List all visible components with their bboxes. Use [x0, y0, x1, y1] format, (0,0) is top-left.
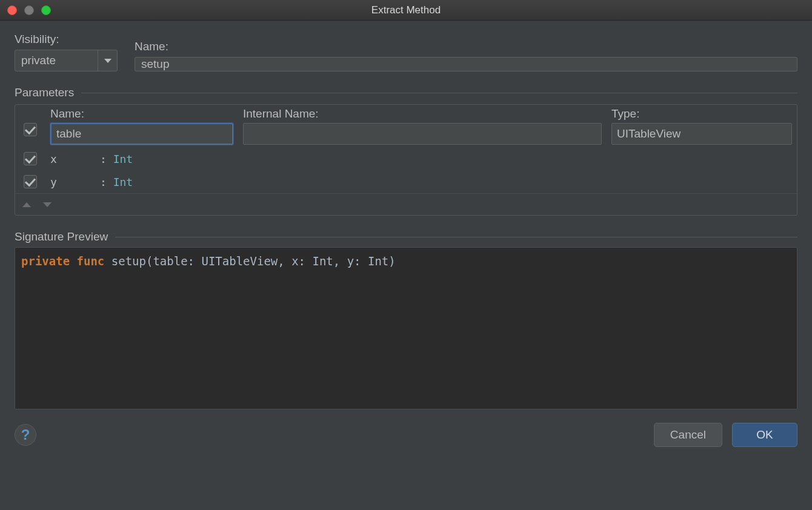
parameter-reorder-toolbar [15, 193, 797, 215]
visibility-value: private [21, 50, 98, 71]
signature-preview-fieldset: Signature Preview private func setup(tab… [15, 230, 797, 409]
parameter-internal-name-input[interactable] [243, 123, 602, 145]
signature-preview-title: Signature Preview [15, 230, 108, 243]
parameters-fieldset: Parameters Name: Internal Name: Type: [15, 86, 797, 216]
visibility-combobox[interactable]: private [15, 50, 118, 71]
parameter-enabled-checkbox[interactable] [24, 175, 37, 188]
parameter-row[interactable]: Name: Internal Name: Type: [15, 105, 797, 147]
ok-button[interactable]: OK [732, 423, 797, 447]
visibility-label: Visibility: [15, 33, 118, 46]
cancel-button[interactable]: Cancel [654, 423, 722, 447]
visibility-group: Visibility: private [15, 33, 118, 71]
help-icon: ? [21, 426, 30, 443]
parameter-name-input[interactable] [50, 123, 233, 145]
parameter-type-input[interactable] [611, 123, 792, 145]
signature-preview: private func setup(table: UITableView, x… [15, 247, 797, 409]
name-group: Name: [135, 40, 797, 71]
zoom-window-button[interactable] [41, 5, 51, 15]
parameter-type: Int [113, 153, 133, 165]
keyword-private: private [21, 254, 70, 268]
move-up-icon[interactable] [22, 202, 31, 207]
parameter-row[interactable]: y: Int [15, 170, 797, 193]
keyword-func: func [77, 254, 105, 268]
minimize-window-button[interactable] [24, 5, 34, 15]
help-button[interactable]: ? [15, 424, 36, 446]
dialog-footer: ? Cancel OK [15, 423, 797, 447]
parameter-type: Int [113, 176, 133, 188]
window-title: Extract Method [0, 4, 812, 16]
param-internal-header: Internal Name: [243, 107, 602, 121]
parameters-title: Parameters [15, 86, 74, 99]
parameters-table: Name: Internal Name: Type: x: Int [15, 104, 797, 216]
parameter-enabled-checkbox[interactable] [24, 152, 37, 165]
signature-text: setup(table: UITableView, x: Int, y: Int… [111, 254, 396, 268]
method-name-input[interactable] [135, 57, 797, 71]
divider [115, 237, 797, 237]
parameter-row[interactable]: x: Int [15, 147, 797, 170]
param-type-header: Type: [611, 107, 792, 121]
titlebar: Extract Method [0, 0, 812, 21]
move-down-icon[interactable] [43, 202, 52, 207]
name-label: Name: [135, 40, 797, 53]
chevron-down-icon [98, 50, 117, 71]
parameter-name: x [50, 153, 100, 165]
close-window-button[interactable] [7, 5, 17, 15]
divider [81, 93, 797, 93]
parameter-enabled-checkbox[interactable] [24, 123, 37, 136]
param-name-header: Name: [50, 107, 233, 121]
parameter-name: y [50, 176, 100, 188]
traffic-lights [7, 5, 51, 15]
